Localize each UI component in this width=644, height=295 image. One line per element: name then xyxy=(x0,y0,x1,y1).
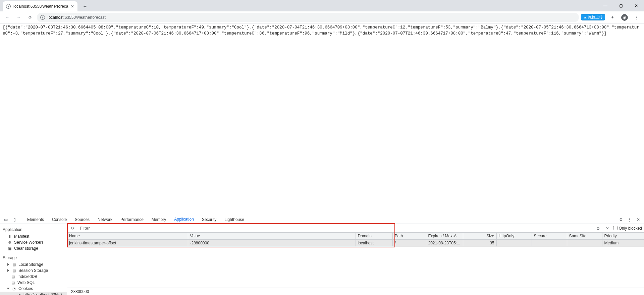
cookie-samesite xyxy=(567,240,602,247)
cloud-upload-icon: ☁ xyxy=(583,15,587,19)
devtools-tab-sources[interactable]: Sources xyxy=(71,215,93,224)
cookie-domain: localhost xyxy=(356,240,392,247)
tab-title: localhost:63550/weatherforeca xyxy=(13,4,68,9)
col-secure[interactable]: Secure xyxy=(532,233,567,240)
reload-button[interactable]: ⟳ xyxy=(25,13,35,22)
inspect-element-icon[interactable]: ▭ xyxy=(2,216,9,223)
devtools-tab-bar: ▭ ▯ Elements Console Sources Network Per… xyxy=(0,215,644,224)
extension-upload-badge[interactable]: ☁ 拖拽上传 xyxy=(581,14,605,20)
sidebar-item-indexeddb[interactable]: ▤IndexedDB xyxy=(0,274,67,280)
extensions-icon[interactable]: ✦ xyxy=(608,13,617,22)
devtools-tab-application[interactable]: Application xyxy=(171,215,197,224)
devtools-tab-console[interactable]: Console xyxy=(49,215,70,224)
cookie-icon: ◔ xyxy=(12,287,16,291)
devtools-tab-memory[interactable]: Memory xyxy=(148,215,169,224)
col-priority[interactable]: Priority xyxy=(602,233,644,240)
cookie-name: jenkins-timestamper-offset xyxy=(67,240,188,247)
tab-close-icon[interactable]: ✕ xyxy=(71,4,74,9)
storage-icon: ▤ xyxy=(12,269,16,273)
back-button[interactable]: ← xyxy=(3,13,12,22)
cookie-row[interactable]: jenkins-timestamper-offset -28800000 loc… xyxy=(67,240,644,247)
devtools-menu-icon[interactable]: ⋮ xyxy=(626,216,633,223)
gear-icon: ⚙ xyxy=(7,240,12,245)
devtools-settings-icon[interactable]: ⚙ xyxy=(617,216,625,223)
device-toolbar-icon[interactable]: ▯ xyxy=(11,216,18,223)
devtools-tab-security[interactable]: Security xyxy=(199,215,220,224)
database-icon: ▤ xyxy=(11,275,15,279)
url-text: localhost:63550/weatherforecast xyxy=(48,15,106,20)
profile-avatar[interactable]: ◉ xyxy=(620,13,629,22)
cookie-value-preview: -28800000 xyxy=(67,288,644,295)
page-body-json: [{"date":"2020-07-03T21:46:30.6664405+08… xyxy=(0,23,644,38)
clear-icon: ▣ xyxy=(7,246,12,251)
new-tab-button[interactable]: + xyxy=(80,2,90,11)
col-value[interactable]: Value xyxy=(188,233,356,240)
sidebar-item-manifest[interactable]: ▮Manifest xyxy=(0,233,67,239)
window-maximize-button[interactable]: ▢ xyxy=(613,0,629,11)
omnibox[interactable]: i localhost:63550/weatherforecast xyxy=(37,13,579,22)
site-info-icon[interactable]: i xyxy=(40,15,45,20)
manifest-icon: ▮ xyxy=(7,234,12,239)
cookie-priority: Medium xyxy=(602,240,644,247)
address-bar: ← → ⟳ i localhost:63550/weatherforecast … xyxy=(0,11,644,23)
col-httponly[interactable]: HttpOnly xyxy=(496,233,532,240)
cookie-value: -28800000 xyxy=(188,240,356,247)
cookie-expires: 2021-08-23T05:... xyxy=(426,240,463,247)
col-path[interactable]: Path xyxy=(392,233,426,240)
col-size[interactable]: Size xyxy=(463,233,496,240)
cookies-pane: ⟳ ⊘ ✕ Only blocked Name Value xyxy=(67,224,644,295)
origin-icon: ◔ xyxy=(17,293,21,295)
table-header-row: Name Value Domain Path Expires / Max-A..… xyxy=(67,233,644,240)
devtools-tab-elements[interactable]: Elements xyxy=(24,215,47,224)
forward-button[interactable]: → xyxy=(14,13,23,22)
sidebar-section-storage: Storage xyxy=(0,254,67,261)
devtools-tab-lighthouse[interactable]: Lighthouse xyxy=(221,215,248,224)
sidebar-item-session-storage[interactable]: ▤Session Storage xyxy=(0,268,67,274)
devtools-close-icon[interactable]: ✕ xyxy=(635,216,642,223)
window-minimize-button[interactable]: — xyxy=(598,0,613,11)
col-samesite[interactable]: SameSite xyxy=(567,233,602,240)
browser-menu-icon[interactable]: ⋮ xyxy=(632,13,641,22)
expand-icon xyxy=(7,263,9,266)
browser-tab[interactable]: localhost:63550/weatherforeca ✕ xyxy=(3,1,77,11)
collapse-icon xyxy=(7,288,10,290)
col-name[interactable]: Name xyxy=(67,233,188,240)
col-expires[interactable]: Expires / Max-A... xyxy=(426,233,463,240)
cookies-toolbar: ⟳ ⊘ ✕ Only blocked xyxy=(67,224,644,233)
devtools-tab-network[interactable]: Network xyxy=(94,215,116,224)
sidebar-item-websql[interactable]: ▤Web SQL xyxy=(0,280,67,286)
window-controls: — ▢ ✕ xyxy=(598,0,644,11)
cookie-secure xyxy=(532,240,567,247)
extension-label: 拖拽上传 xyxy=(588,15,603,20)
sidebar-item-cookies[interactable]: ◔Cookies xyxy=(0,286,67,292)
devtools-panel: ▭ ▯ Elements Console Sources Network Per… xyxy=(0,215,644,295)
database-icon: ▤ xyxy=(11,281,15,285)
sidebar-section-application: Application xyxy=(0,226,67,233)
delete-selected-icon[interactable]: ✕ xyxy=(604,225,611,232)
cookie-httponly xyxy=(496,240,532,247)
expand-icon xyxy=(7,269,9,272)
browser-tab-strip: localhost:63550/weatherforeca ✕ + — ▢ ✕ xyxy=(0,0,644,11)
application-sidebar: Application ▮Manifest ⚙Service Workers ▣… xyxy=(0,224,67,295)
window-close-button[interactable]: ✕ xyxy=(629,0,644,11)
sidebar-item-clear-storage[interactable]: ▣Clear storage xyxy=(0,245,67,251)
cookie-path: / xyxy=(392,240,426,247)
sidebar-item-cookie-origin[interactable]: ◔http://localhost:63550 xyxy=(0,292,67,295)
cookies-table[interactable]: Name Value Domain Path Expires / Max-A..… xyxy=(67,233,644,288)
sidebar-item-service-workers[interactable]: ⚙Service Workers xyxy=(0,239,67,245)
only-blocked-checkbox[interactable]: Only blocked xyxy=(613,226,642,231)
col-domain[interactable]: Domain xyxy=(356,233,392,240)
refresh-icon[interactable]: ⟳ xyxy=(69,225,76,232)
storage-icon: ▤ xyxy=(12,262,16,267)
globe-icon xyxy=(6,4,11,9)
devtools-tab-performance[interactable]: Performance xyxy=(117,215,147,224)
sidebar-item-local-storage[interactable]: ▤Local Storage xyxy=(0,261,67,268)
cookie-filter-input[interactable] xyxy=(78,225,587,232)
cookie-size: 35 xyxy=(463,240,496,247)
clear-all-icon[interactable]: ⊘ xyxy=(594,225,602,232)
